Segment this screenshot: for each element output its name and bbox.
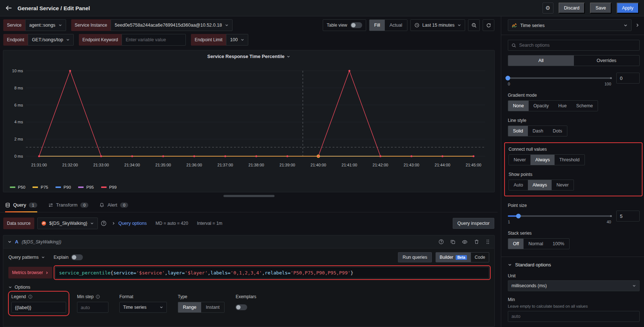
visualization-picker[interactable]: Time series — [508, 19, 632, 31]
nulls-always-option[interactable]: Always — [530, 155, 555, 165]
fill-opacity-value[interactable]: 0 — [616, 73, 640, 84]
save-button[interactable]: Save — [590, 3, 612, 14]
query-inspector-button[interactable]: Query inspector — [453, 218, 494, 229]
type-range-option[interactable]: Range — [178, 302, 201, 312]
legend-item-p95[interactable]: P95 — [78, 185, 93, 189]
fill-option[interactable]: Fill — [369, 20, 385, 31]
tab-overrides[interactable]: Overrides — [574, 55, 640, 66]
tab-all[interactable]: All — [508, 55, 574, 66]
trash-icon[interactable] — [474, 239, 479, 245]
gradient-hue-option[interactable]: Hue — [553, 101, 571, 111]
back-icon[interactable] — [5, 4, 12, 12]
query-toolbar-right: Run queries Builder Beta Code — [398, 252, 489, 262]
nulls-threshold-option[interactable]: Threshold — [555, 155, 584, 165]
query-options-toggle[interactable] — [112, 222, 115, 225]
query-options-link[interactable]: Query options — [118, 221, 147, 226]
legend-label: P95 — [86, 185, 93, 189]
legend-swatch — [10, 186, 15, 188]
legend-input[interactable] — [11, 302, 66, 313]
keyword-input[interactable] — [122, 34, 186, 46]
stack-100-option[interactable]: 100% — [548, 239, 569, 249]
help-circle-icon — [101, 220, 107, 226]
endpoint-select[interactable]: GET:/songs/top — [28, 34, 73, 46]
builder-code-switch: Builder Beta Code — [436, 252, 489, 262]
fill-opacity-slider[interactable]: 0 100 — [508, 73, 611, 86]
svg-text:0 ms: 0 ms — [14, 154, 23, 158]
point-size-slider[interactable]: 1 40 — [508, 211, 611, 224]
builder-option[interactable]: Builder Beta — [436, 253, 471, 262]
zoom-out-button[interactable] — [468, 19, 480, 31]
min-step-input[interactable] — [77, 302, 108, 313]
line-solid-option[interactable]: Solid — [508, 126, 528, 136]
datasource-row: Data source ${DS_SkyWalking} Query optio… — [3, 218, 494, 229]
slider-handle[interactable] — [516, 214, 521, 219]
stack-off-option[interactable]: Off — [508, 239, 524, 249]
legend-item-p90[interactable]: P90 — [55, 185, 71, 189]
gradient-none-option[interactable]: None — [508, 101, 529, 111]
points-always-option[interactable]: Always — [528, 180, 552, 190]
datasource-picker[interactable]: ${DS_SkyWalking} — [37, 218, 98, 229]
type-instant-option[interactable]: Instant — [201, 302, 225, 312]
standard-options-header[interactable]: Standard options — [508, 262, 640, 268]
line-dots-option[interactable]: Dots — [548, 126, 567, 136]
visualization-name: Time series — [520, 23, 545, 28]
promql-expression-input[interactable]: service_percentile{service='$service', l… — [55, 267, 489, 278]
tab-alert[interactable]: Alert 0 — [99, 198, 128, 212]
slider-end-dot — [610, 215, 612, 217]
point-size-value[interactable]: 5 — [616, 211, 640, 222]
table-view-toggle[interactable] — [350, 22, 362, 28]
query-row-actions — [438, 239, 490, 245]
query-row-header[interactable]: A (${DS_SkyWalking}) — [3, 235, 494, 248]
expr-token: relabels= — [265, 270, 290, 276]
format-select[interactable]: Time series — [119, 302, 167, 313]
instance-select[interactable]: 5eed0e5758a244aca6e7699415d360aa@10.52.0… — [111, 19, 233, 31]
apply-button[interactable]: Apply — [617, 3, 639, 14]
tab-query[interactable]: Query 1 — [5, 198, 37, 212]
nulls-never-option[interactable]: Never — [509, 155, 530, 165]
panel-header[interactable]: Service Response Time Percentile — [3, 54, 494, 59]
points-auto-option[interactable]: Auto — [509, 180, 528, 190]
metrics-browser-button[interactable]: Metrics browser — [8, 267, 52, 278]
legend-item-p75[interactable]: P75 — [32, 185, 48, 189]
min-input[interactable] — [508, 311, 640, 322]
discard-button[interactable]: Discard — [559, 3, 585, 14]
slider-max-label: 40 — [607, 220, 611, 224]
slider-handle[interactable] — [506, 76, 510, 81]
service-select[interactable]: agent::songs — [25, 19, 66, 31]
gradient-opacity-option[interactable]: Opacity — [529, 101, 553, 111]
run-queries-button[interactable]: Run queries — [398, 252, 432, 262]
refresh-button[interactable] — [483, 19, 494, 31]
stack-normal-option[interactable]: Normal — [524, 239, 548, 249]
panel-resize-handle[interactable] — [223, 195, 275, 197]
tab-transform[interactable]: Transform 0 — [48, 198, 89, 212]
query-patterns-dropdown[interactable]: Query patterns — [8, 255, 45, 260]
stack-series-label: Stack series — [508, 231, 640, 236]
chart-panel: Service Response Time Percentile 0 ms2 m… — [3, 50, 495, 192]
legend-item-p99[interactable]: P99 — [101, 185, 116, 189]
query-editor-card: A (${DS_SkyWalking}) Query patterns Expl… — [3, 235, 495, 327]
datasource-help-button[interactable] — [101, 220, 107, 226]
settings-gear-button[interactable]: ⚙ — [543, 3, 553, 14]
options-collapse[interactable]: Options — [8, 285, 489, 290]
time-range-picker[interactable]: Last 15 minutes — [410, 19, 465, 31]
actual-option[interactable]: Actual — [385, 20, 407, 31]
gradient-scheme-option[interactable]: Scheme — [571, 101, 598, 111]
options-search-input[interactable] — [519, 43, 636, 48]
collapse-pane-button[interactable] — [635, 23, 640, 27]
chevron-down-icon — [241, 38, 244, 42]
explain-toggle[interactable] — [71, 254, 83, 260]
help-circle-icon[interactable] — [438, 239, 444, 245]
svg-text:21:35:00: 21:35:00 — [156, 163, 171, 167]
eye-icon[interactable] — [462, 239, 468, 245]
duplicate-icon[interactable] — [450, 239, 456, 245]
limit-select[interactable]: 100 — [226, 34, 248, 46]
drag-grip-icon[interactable] — [486, 239, 490, 245]
table-view-label: Table view — [327, 23, 347, 28]
unit-select[interactable]: milliseconds (ms) — [508, 280, 640, 291]
legend-item-p50[interactable]: P50 — [10, 185, 25, 189]
code-option[interactable]: Code — [471, 253, 489, 262]
time-series-chart[interactable]: 0 ms2 ms4 ms6 ms8 ms10 ms21:31:0021:32:0… — [6, 64, 492, 178]
points-never-option[interactable]: Never — [552, 180, 573, 190]
line-dash-option[interactable]: Dash — [528, 126, 548, 136]
exemplars-toggle[interactable] — [235, 304, 247, 310]
